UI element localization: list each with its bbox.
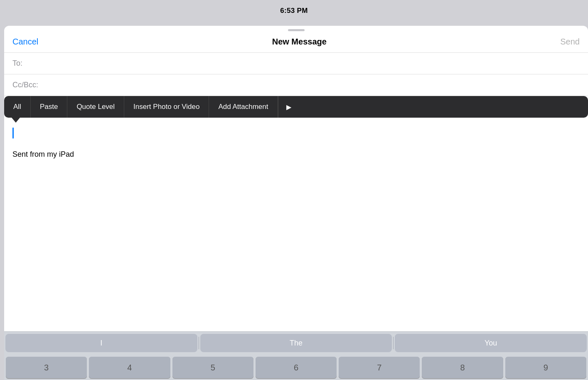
modal-header: Cancel New Message Send [4, 33, 588, 53]
key-5[interactable]: 5 [172, 357, 253, 378]
context-menu-pointer [12, 118, 20, 123]
drag-handle[interactable] [288, 29, 305, 31]
send-button[interactable]: Send [560, 37, 580, 47]
predictive-divider-1 [199, 337, 199, 349]
compose-body[interactable]: Sent from my iPad [4, 123, 588, 331]
to-input[interactable] [25, 59, 580, 68]
context-menu-item-quote-level[interactable]: Quote Level [67, 96, 124, 118]
predictive-item-you[interactable]: You [395, 334, 587, 352]
status-time: 6:53 PM [280, 7, 308, 15]
predictive-divider-2 [393, 337, 394, 349]
key-9[interactable]: 9 [505, 357, 586, 378]
number-row: 3 4 5 6 7 8 9 [4, 354, 588, 380]
context-menu-item-all[interactable]: All [4, 96, 31, 118]
to-field-row: To: [4, 53, 588, 74]
context-menu-wrapper: All Paste Quote Level Insert Photo or Vi… [4, 96, 588, 123]
to-label: To: [12, 59, 22, 68]
key-3[interactable]: 3 [6, 357, 87, 378]
predictive-bar: I The You [4, 331, 588, 354]
context-menu: All Paste Quote Level Insert Photo or Vi… [4, 96, 588, 118]
text-cursor [12, 128, 14, 138]
predictive-item-the[interactable]: The [200, 334, 392, 352]
ccbcc-label: Cc/Bcc: [12, 81, 38, 89]
context-menu-more-button[interactable]: ▶ [278, 96, 300, 118]
key-6[interactable]: 6 [256, 357, 337, 378]
compose-modal: Cancel New Message Send To: Cc/Bcc: All … [4, 26, 588, 380]
ccbcc-field-row: Cc/Bcc: [4, 74, 588, 96]
email-signature: Sent from my iPad [12, 150, 580, 159]
key-8[interactable]: 8 [422, 357, 503, 378]
compose-title: New Message [272, 37, 327, 47]
cancel-button[interactable]: Cancel [12, 37, 38, 47]
ccbcc-input[interactable] [41, 81, 580, 89]
predictive-item-i[interactable]: I [5, 334, 197, 352]
context-menu-item-paste[interactable]: Paste [31, 96, 67, 118]
key-7[interactable]: 7 [339, 357, 420, 378]
context-menu-item-insert-photo[interactable]: Insert Photo or Video [124, 96, 209, 118]
keyboard-area: I The You 3 4 5 6 7 8 9 [4, 331, 588, 380]
status-bar: 6:53 PM [0, 0, 588, 22]
key-4[interactable]: 4 [89, 357, 170, 378]
context-menu-item-add-attachment[interactable]: Add Attachment [209, 96, 278, 118]
